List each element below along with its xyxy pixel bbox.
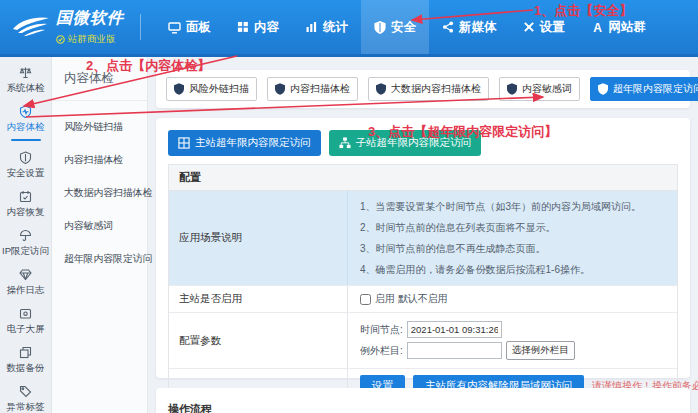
submenu-item-overage-restrict[interactable]: 超年限内容限定访问: [52, 252, 147, 266]
operation-flow-title: 操作流程: [168, 402, 678, 413]
nav-item-content[interactable]: 内容: [224, 0, 292, 54]
enable-label: 主站是否启用: [169, 286, 347, 312]
sidebar-item-ip-restrict[interactable]: IP限定访问: [0, 229, 51, 258]
nav-item-settings[interactable]: 设置: [510, 0, 578, 54]
config-section-title: 配置: [169, 165, 677, 191]
sidebar-item-data-backup[interactable]: 数据备份: [0, 346, 51, 375]
screen-icon: [19, 307, 32, 320]
submenu-item-bigdata-scan[interactable]: 大数据内容扫描体检: [52, 186, 147, 200]
scenario-item: 1、当需要设置某个时间节点（如3年）前的内容为局域网访问。: [360, 196, 665, 217]
submenu-item-content-scan[interactable]: 内容扫描体检: [52, 153, 147, 167]
exception-column-label: 例外栏目:: [360, 344, 403, 358]
params-label: 配置参数: [169, 313, 347, 368]
copy-icon: [19, 346, 32, 359]
scenario-label: 应用场景说明: [169, 191, 347, 285]
nav-item-security[interactable]: 安全: [361, 0, 429, 54]
sidebar-item-system-check[interactable]: 系统体检: [0, 66, 51, 95]
sitemap-icon: [339, 137, 351, 149]
overage-config-card: 主站超年限内容限定访问 子站超年限内容限定访问 配置 应用场景说明 1、当需要设…: [156, 118, 690, 378]
time-node-label: 时间节点:: [360, 323, 403, 337]
sidebar-item-big-screen[interactable]: 电子大屏: [0, 307, 51, 336]
top-header: 国微软件 站群商业版 面板: [0, 0, 698, 57]
enable-checkbox[interactable]: [360, 294, 371, 305]
nav-item-stats[interactable]: 统计: [292, 0, 361, 54]
enable-row: 主站是否启用 启用 默认不启用: [169, 286, 677, 313]
toolbar-button-bigdata-scan[interactable]: 大数据内容扫描体检: [368, 77, 489, 101]
nav-item-newmedia[interactable]: 新媒体: [429, 0, 510, 54]
toolbar-button-content-scan[interactable]: 内容扫描体检: [267, 77, 358, 101]
shield-icon: [374, 21, 386, 34]
shield-icon: [174, 83, 184, 95]
tab-sub-site-overage[interactable]: 子站超年限内容限定访问: [329, 130, 482, 156]
content-check-icon: [19, 105, 32, 118]
scenario-item: 2、时间节点前的信息在列表页面将不显示。: [360, 217, 665, 238]
monitor-icon: [168, 21, 181, 34]
toolbar-card: 风险外链扫描 内容扫描体检 大数据内容扫描体检 内容敏感词 超年限内容限定访问: [156, 70, 690, 108]
share-icon: [442, 21, 454, 33]
exception-column-input[interactable]: [407, 342, 502, 359]
grid-icon: [237, 21, 249, 33]
sidebar-item-operation-log[interactable]: 操作日志: [0, 268, 51, 297]
app-window: 国微软件 站群商业版 面板: [0, 0, 698, 413]
app-title: 国微软件: [56, 8, 124, 29]
nav-item-sitegroup[interactable]: A 网站群: [578, 0, 660, 54]
scenario-row: 应用场景说明 1、当需要设置某个时间节点（如3年）前的内容为局域网访问。 2、时…: [169, 191, 677, 286]
time-node-input[interactable]: [407, 321, 502, 338]
check-circle-icon: [56, 35, 65, 44]
umbrella-icon: [19, 229, 32, 242]
toolbar-button-sensitive-words[interactable]: 内容敏感词: [499, 77, 580, 101]
tab-main-site-overage[interactable]: 主站超年限内容限定访问: [168, 130, 321, 156]
window-grid-icon: [178, 137, 190, 149]
svg-text:A: A: [593, 21, 602, 34]
scenario-item: 4、确需启用的，请务必备份数据后按流程1-6操作。: [360, 259, 665, 280]
tag-icon: [19, 385, 32, 398]
submenu-divider: [52, 100, 147, 101]
submenu-item-sensitive-words[interactable]: 内容敏感词: [52, 219, 147, 233]
config-table: 配置 应用场景说明 1、当需要设置某个时间节点（如3年）前的内容为局域网访问。 …: [168, 164, 678, 404]
shield-icon: [376, 83, 386, 95]
site-scope-tabs: 主站超年限内容限定访问 子站超年限内容限定访问: [168, 130, 678, 156]
enable-option-text: 启用 默认不启用: [375, 292, 448, 306]
header-divider: [140, 14, 141, 40]
sitegroup-icon: A: [591, 21, 604, 34]
scenario-item: 3、时间节点前的信息不再生成静态页面。: [360, 238, 665, 259]
calendar-check-icon: [19, 190, 32, 203]
sidebar-item-abnormal-tags[interactable]: 异常标签: [0, 385, 51, 413]
top-nav: 面板 内容 统计 安全: [155, 0, 659, 54]
sidebar-item-content-restore[interactable]: 内容恢复: [0, 190, 51, 219]
scale-icon: [19, 66, 32, 79]
submenu-panel: 内容体检 风险外链扫描 内容扫描体检 大数据内容扫描体检 内容敏感词 超年限内容…: [52, 57, 148, 413]
toolbar-button-risk-link-scan[interactable]: 风险外链扫描: [166, 77, 257, 101]
shield-icon: [507, 83, 517, 95]
active-indicator: [11, 139, 41, 141]
main-content: 风险外链扫描 内容扫描体检 大数据内容扫描体检 内容敏感词 超年限内容限定访问: [148, 57, 698, 413]
app-edition: 站群商业版: [56, 33, 124, 46]
params-row: 配置参数 时间节点: 例外栏目: 选择例外栏目: [169, 313, 677, 369]
shield-icon: [19, 151, 32, 164]
logo: 国微软件 站群商业版: [12, 8, 124, 46]
shield-icon: [598, 83, 608, 95]
sidebar-item-content-check[interactable]: 内容体检: [0, 105, 51, 141]
gem-icon: [19, 268, 32, 281]
sidebar-item-security-settings[interactable]: 安全设置: [0, 151, 51, 180]
shield-icon: [275, 83, 285, 95]
submenu-item-risk-link-scan[interactable]: 风险外链扫描: [52, 120, 147, 134]
gear-icon: [523, 21, 535, 33]
swoosh-logo-icon: [12, 15, 50, 39]
scenario-items: 1、当需要设置某个时间节点（如3年）前的内容为局域网访问。 2、时间节点前的信息…: [347, 191, 677, 285]
submenu-title: 内容体检: [52, 57, 147, 87]
toolbar-button-overage-restrict[interactable]: 超年限内容限定访问: [590, 77, 698, 101]
nav-item-panel[interactable]: 面板: [155, 0, 224, 54]
bar-chart-icon: [305, 21, 318, 33]
operation-flow-card: 操作流程: [156, 388, 690, 413]
icon-sidebar: 系统体检 内容体检 安全设置 内容恢复 IP限定访问: [0, 57, 52, 413]
choose-exception-button[interactable]: 选择例外栏目: [506, 341, 575, 360]
